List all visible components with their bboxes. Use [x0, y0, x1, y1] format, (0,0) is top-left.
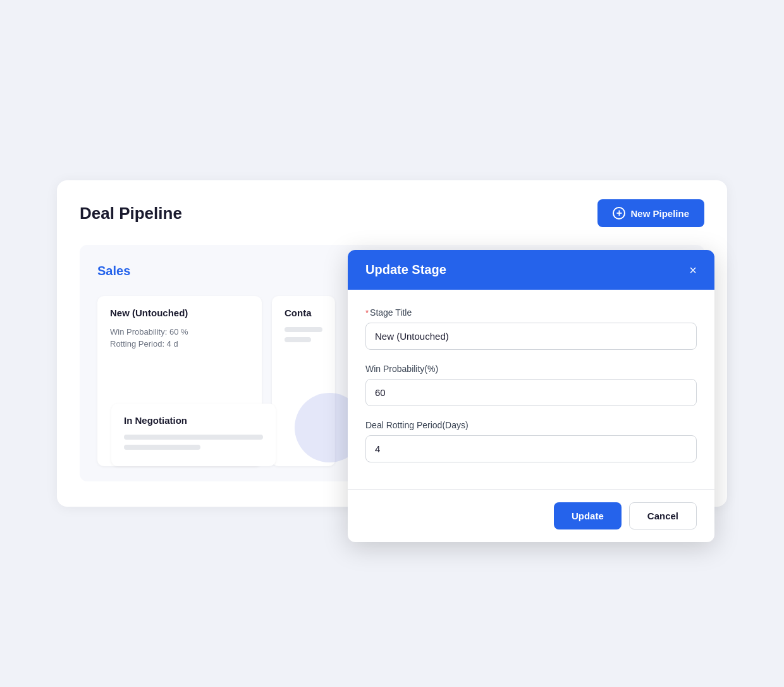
win-prob-label: Win Probability(%)	[365, 364, 697, 374]
rotting-label: Deal Rotting Period(Days)	[365, 420, 697, 430]
rotting-input[interactable]	[365, 435, 697, 462]
header-row: Deal Pipeline + New Pipeline	[80, 199, 704, 227]
modal-title: Update Stage	[365, 263, 446, 277]
sales-label: Sales	[97, 264, 130, 278]
stage-card-negotiation: In Negotiation	[111, 404, 276, 466]
placeholder-bar-3	[124, 435, 263, 440]
placeholder-bar-2	[285, 337, 311, 342]
outer-card: Deal Pipeline + New Pipeline Sales Add N…	[57, 180, 727, 507]
stage-rotting: Rotting Period: 4 d	[110, 339, 249, 349]
new-pipeline-button[interactable]: + New Pipeline	[597, 199, 704, 227]
required-star: *	[365, 308, 369, 318]
stage-title-negotiation: In Negotiation	[124, 415, 263, 426]
placeholder-bar-4	[124, 445, 200, 450]
update-button[interactable]: Update	[554, 502, 622, 529]
modal-footer: Update Cancel	[348, 490, 714, 542]
page-title: Deal Pipeline	[80, 204, 182, 223]
win-prob-field-group: Win Probability(%)	[365, 364, 697, 406]
stage-title-label: * Stage Title	[365, 307, 697, 318]
stage-title-input[interactable]	[365, 323, 697, 350]
stage-win-prob: Win Probability: 60 %	[110, 327, 249, 337]
modal-body: * Stage Title Win Probability(%) Deal Ro…	[348, 290, 714, 483]
stage-title-new: New (Untouched)	[110, 307, 249, 318]
new-pipeline-label: New Pipeline	[630, 208, 689, 219]
stage-title-label-text: Stage Title	[370, 307, 412, 318]
placeholder-bar-1	[285, 327, 322, 332]
stage-title-contacted: Conta	[285, 307, 322, 318]
modal-header: Update Stage ×	[348, 250, 714, 290]
plus-circle-icon: +	[613, 207, 625, 220]
win-prob-input[interactable]	[365, 379, 697, 406]
update-stage-modal: Update Stage × * Stage Title Win Probabi…	[348, 250, 714, 542]
stage-title-field-group: * Stage Title	[365, 307, 697, 350]
rotting-field-group: Deal Rotting Period(Days)	[365, 420, 697, 462]
cancel-button[interactable]: Cancel	[629, 502, 697, 529]
modal-close-button[interactable]: ×	[689, 264, 697, 276]
